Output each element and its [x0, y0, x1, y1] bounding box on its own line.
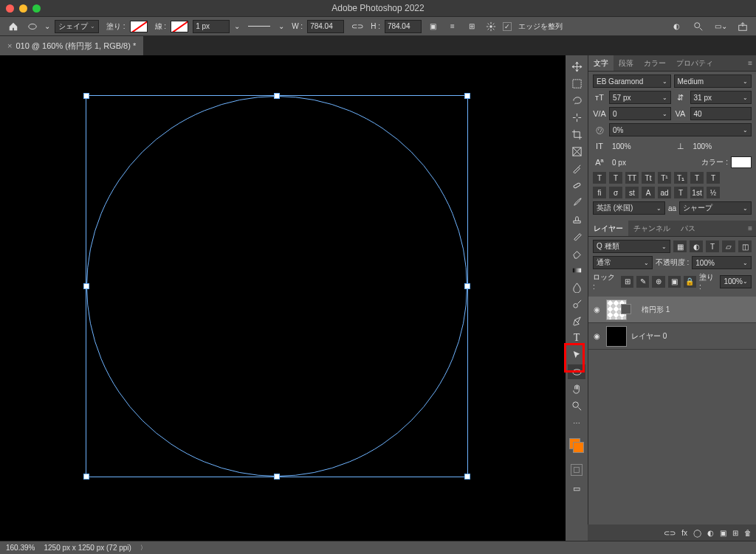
align-icon[interactable]: ≡	[445, 20, 460, 33]
document-tab[interactable]: 010 @ 160% (楕円形 1, RGB/8) *	[0, 36, 143, 55]
language-dropdown[interactable]: 英語 (米国)⌄	[593, 201, 665, 215]
discretionary-button[interactable]: st	[625, 187, 639, 198]
properties-tab[interactable]: プロパティ	[671, 55, 718, 71]
minimize-window[interactable]	[19, 4, 27, 13]
leading-field[interactable]: 31 px⌄	[690, 91, 752, 104]
share-icon[interactable]	[735, 20, 750, 33]
pen-tool[interactable]	[568, 314, 585, 328]
new-group-icon[interactable]: ▣	[720, 529, 726, 537]
text-color-swatch[interactable]	[731, 156, 752, 168]
blur-tool[interactable]	[568, 280, 585, 294]
baseline-field[interactable]: 0 px	[609, 156, 698, 169]
align-edges-checkbox[interactable]	[503, 22, 512, 31]
kerning-field[interactable]: 0⌄	[609, 107, 671, 120]
gear-icon[interactable]	[484, 20, 498, 33]
chevron-down-icon[interactable]: ⌄	[278, 22, 284, 30]
fill-opacity-field[interactable]: 100%⌄	[720, 275, 752, 288]
layer-item[interactable]: ◉ 楕円形 1	[588, 297, 756, 323]
vector-mask-thumbnail[interactable]	[621, 304, 631, 314]
lock-all-icon[interactable]: 🔒	[684, 276, 696, 288]
zoom-window[interactable]	[32, 4, 41, 13]
move-tool[interactable]	[568, 59, 585, 74]
panel-menu-icon[interactable]: ≡	[744, 221, 756, 236]
superscript-button[interactable]: T¹	[658, 172, 671, 184]
selection-bounding-box[interactable]	[86, 95, 468, 477]
subscript-button[interactable]: T₁	[674, 172, 687, 184]
canvas[interactable]	[0, 55, 566, 541]
hand-tool[interactable]	[568, 381, 585, 396]
layer-filter-dropdown[interactable]: Q 種類⌄	[593, 240, 670, 253]
frame-tool[interactable]	[568, 144, 585, 159]
filter-adj-icon[interactable]: ◐	[690, 240, 703, 252]
strike-button[interactable]: T	[707, 172, 720, 184]
quick-mask-toggle[interactable]	[571, 464, 583, 476]
lock-transparency-icon[interactable]: ⊞	[621, 276, 633, 288]
layer-fx-icon[interactable]: fx	[681, 529, 687, 537]
layer-name[interactable]: 楕円形 1	[642, 305, 670, 315]
gradient-tool[interactable]	[568, 263, 585, 277]
hscale-field[interactable]: 100%	[690, 139, 752, 153]
cloud-icon[interactable]: ◐	[669, 20, 684, 33]
character-tab[interactable]: 文字	[588, 55, 614, 71]
ligatures-button[interactable]: fi	[593, 187, 606, 198]
blend-mode-dropdown[interactable]: 通常⌄	[593, 256, 653, 269]
stylistic-button[interactable]: ad	[658, 187, 671, 198]
filter-type-icon[interactable]: T	[706, 240, 719, 252]
link-layers-icon[interactable]: ⊂⊃	[664, 529, 676, 537]
stroke-style-dropdown[interactable]	[244, 21, 274, 32]
layer-name[interactable]: レイヤー 0	[631, 331, 667, 342]
eraser-tool[interactable]	[568, 246, 585, 260]
stamp-tool[interactable]	[568, 212, 585, 226]
status-menu-icon[interactable]: 〉	[140, 544, 146, 552]
search-icon[interactable]	[691, 20, 706, 33]
channels-tab[interactable]: チャンネル	[628, 221, 676, 236]
eyedropper-tool[interactable]	[568, 161, 585, 176]
document-info[interactable]: 1250 px x 1250 px (72 ppi)	[44, 544, 131, 552]
layer-item[interactable]: ◉ レイヤー 0	[588, 323, 756, 350]
font-size-field[interactable]: 57 px⌄	[609, 91, 671, 104]
ellipse-tool-icon[interactable]	[25, 20, 40, 33]
new-layer-icon[interactable]: ⊞	[732, 529, 738, 537]
shape-mode-dropdown[interactable]: シェイプ⌄	[55, 20, 99, 33]
lock-artboard-icon[interactable]: ▣	[668, 276, 681, 288]
link-wh-icon[interactable]: ⊂⊃	[351, 22, 363, 30]
visibility-toggle[interactable]: ◉	[591, 332, 602, 340]
smallcaps-button[interactable]: Tt	[642, 172, 655, 184]
home-icon[interactable]	[6, 20, 21, 33]
dodge-tool[interactable]	[568, 297, 585, 311]
layers-tab[interactable]: レイヤー	[588, 221, 628, 236]
antialias-dropdown[interactable]: シャープ⌄	[679, 201, 752, 215]
path-ops-icon[interactable]: ▣	[426, 20, 441, 33]
paragraph-tab[interactable]: 段落	[614, 55, 639, 71]
allcaps-button[interactable]: TT	[625, 172, 639, 184]
marquee-tool[interactable]	[568, 76, 585, 91]
filter-pixel-icon[interactable]: ▦	[673, 240, 687, 252]
alt-button[interactable]: σ	[609, 187, 622, 198]
arrange-icon[interactable]: ⊞	[464, 20, 479, 33]
lock-image-icon[interactable]: ✎	[636, 276, 649, 288]
visibility-toggle[interactable]: ◉	[591, 305, 602, 314]
more-tools[interactable]: ⋯	[568, 415, 585, 430]
opacity-field[interactable]: 100%⌄	[692, 256, 752, 269]
workspace-icon[interactable]: ▭⌄	[713, 20, 728, 33]
zoom-tool[interactable]	[568, 398, 585, 413]
filter-shape-icon[interactable]: ▱	[722, 240, 735, 252]
zoom-level[interactable]: 160.39%	[6, 544, 35, 552]
screen-mode-toggle[interactable]: ▭	[573, 484, 580, 494]
paths-tab[interactable]: パス	[676, 221, 701, 236]
font-style-dropdown[interactable]: Medium⌄	[674, 75, 752, 88]
font-family-dropdown[interactable]: EB Garamond⌄	[593, 75, 671, 88]
history-brush-tool[interactable]	[568, 229, 585, 243]
color-tab[interactable]: カラー	[639, 55, 671, 71]
chevron-down-icon[interactable]: ⌄	[234, 22, 240, 30]
vscale-field[interactable]: 100%	[609, 139, 671, 153]
tsume-field[interactable]: 0%⌄	[609, 123, 752, 136]
add-mask-icon[interactable]: ◯	[693, 529, 701, 537]
underline-button[interactable]: T	[690, 172, 704, 184]
close-window[interactable]	[6, 4, 14, 13]
tracking-field[interactable]: 40	[690, 107, 752, 120]
panel-menu-icon[interactable]: ≡	[744, 55, 756, 71]
crop-tool[interactable]	[568, 127, 585, 142]
delete-layer-icon[interactable]: 🗑	[744, 529, 752, 537]
ellipse-path[interactable]	[86, 96, 467, 477]
